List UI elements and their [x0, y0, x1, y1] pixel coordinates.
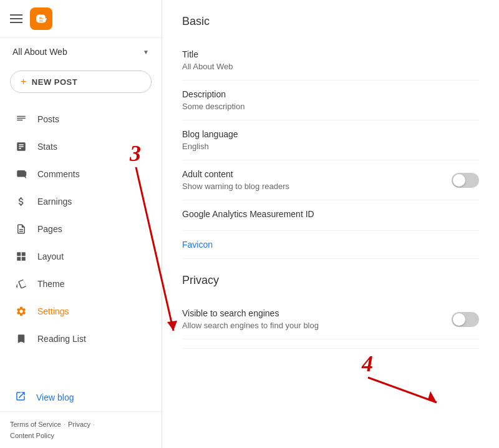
dropdown-arrow-icon: ▼ [143, 49, 149, 56]
hamburger-menu[interactable] [10, 14, 22, 23]
favicon-row: Favicon [182, 231, 479, 259]
adult-content-toggle[interactable] [452, 173, 479, 188]
blogger-logo [30, 7, 52, 30]
theme-icon [15, 278, 27, 290]
title-value: All About Web [182, 62, 479, 71]
title-label: Title [182, 49, 479, 59]
description-row: Description Some description [182, 80, 479, 120]
sidebar-item-layout-label: Layout [37, 251, 64, 261]
adult-content-row: Adult content Show warning to blog reade… [182, 160, 479, 200]
nav-items: Posts Stats Comments Earni [0, 103, 162, 383]
sidebar-item-reading-list-label: Reading List [37, 334, 86, 344]
sidebar-item-posts-label: Posts [37, 114, 59, 124]
visible-search-toggle[interactable] [452, 312, 479, 327]
toggle-thumb [453, 174, 465, 187]
sidebar-item-settings[interactable]: Settings [0, 298, 162, 325]
sidebar-item-pages-label: Pages [37, 224, 62, 234]
terms-link[interactable]: Terms of Service [10, 421, 61, 428]
sidebar-item-earnings[interactable]: Earnings [0, 188, 162, 215]
sidebar-item-pages[interactable]: Pages [0, 215, 162, 243]
sidebar-item-earnings-label: Earnings [37, 197, 72, 207]
privacy-link[interactable]: Privacy [68, 421, 90, 428]
view-blog-label: View blog [36, 392, 74, 402]
sidebar-item-stats[interactable]: Stats [0, 133, 162, 160]
comments-icon [15, 168, 27, 180]
description-label: Description [182, 89, 479, 99]
adult-content-sublabel: Show warning to blog readers [182, 182, 289, 191]
sidebar-item-posts[interactable]: Posts [0, 105, 162, 133]
pages-icon [15, 223, 27, 235]
earnings-icon [15, 195, 27, 208]
sidebar-item-theme-label: Theme [37, 279, 65, 289]
footer-links: Terms of Service · Privacy · [10, 421, 152, 428]
sidebar-item-comments-label: Comments [37, 169, 80, 179]
visible-toggle-thumb [453, 313, 465, 326]
new-post-button[interactable]: + NEW POST [10, 71, 152, 93]
blog-language-row: Blog language English [182, 120, 479, 160]
sidebar-item-layout[interactable]: Layout [0, 243, 162, 270]
main-content: Basic Title All About Web Description So… [162, 0, 499, 448]
view-blog-item[interactable]: View blog [0, 383, 162, 411]
sidebar-footer: Terms of Service · Privacy · Content Pol… [0, 411, 162, 448]
layout-icon [15, 250, 27, 263]
blog-language-value: English [182, 142, 479, 151]
sidebar-item-settings-label: Settings [37, 306, 69, 316]
blog-name: All About Web [12, 47, 67, 57]
privacy-section-title: Privacy [182, 274, 479, 287]
sidebar-item-theme[interactable]: Theme [0, 270, 162, 298]
sidebar-header [0, 0, 162, 38]
reading-list-icon [15, 333, 27, 345]
new-post-label: NEW POST [32, 77, 77, 87]
description-value: Some description [182, 102, 479, 111]
visible-label: Visible to search engines [182, 308, 319, 318]
visible-sublabel: Allow search engines to find your blog [182, 321, 319, 330]
title-row: Title All About Web [182, 41, 479, 80]
view-blog-icon [15, 391, 26, 404]
adult-content-label: Adult content [182, 169, 289, 179]
stats-icon [15, 140, 27, 153]
visible-toggle-track [452, 312, 479, 327]
blog-selector[interactable]: All About Web ▼ [0, 38, 162, 66]
toggle-track [452, 173, 479, 188]
blog-language-label: Blog language [182, 129, 479, 139]
content-policy-link[interactable]: Content Policy [10, 432, 54, 439]
favicon-link[interactable]: Favicon [182, 240, 479, 250]
sidebar-item-stats-label: Stats [37, 142, 57, 152]
basic-section-title: Basic [182, 15, 479, 28]
settings-icon [15, 305, 27, 318]
ga-label: Google Analytics Measurement ID [182, 209, 479, 219]
ga-row: Google Analytics Measurement ID [182, 200, 479, 231]
plus-icon: + [21, 76, 27, 87]
sidebar-item-reading-list[interactable]: Reading List [0, 325, 162, 353]
sidebar-item-comments[interactable]: Comments [0, 160, 162, 188]
visible-search-row: Visible to search engines Allow search e… [182, 299, 479, 339]
posts-icon [15, 113, 27, 125]
